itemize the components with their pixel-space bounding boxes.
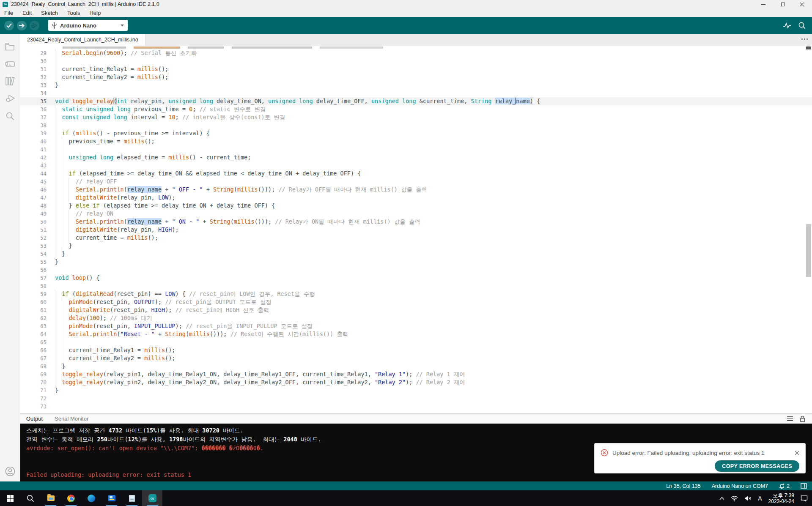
minimize-button[interactable] [754, 0, 773, 8]
toast-close-icon[interactable] [795, 451, 799, 455]
board-selector[interactable]: Arduino Nano [48, 20, 128, 31]
ime-language-indicator[interactable]: A [758, 495, 762, 502]
code-line[interactable]: 51 digitalWrite(relay_pin, HIGH); [20, 226, 812, 234]
taskbar-notepad[interactable] [122, 490, 142, 506]
code-line[interactable]: 40 previous_time = millis(); [20, 137, 812, 145]
start-button[interactable] [0, 490, 20, 506]
debug-button[interactable] [30, 21, 39, 30]
code-line[interactable]: 72 [20, 394, 812, 402]
code-line[interactable]: 39 if (millis() - previous_time >= inter… [20, 129, 812, 137]
code-line[interactable]: 36 static unsigned long previous_time = … [20, 105, 812, 113]
code-line[interactable]: 53 } [20, 242, 812, 250]
taskbar-clock[interactable]: 오후 7:39 2023-04-24 [768, 492, 794, 504]
serial-monitor-icon[interactable] [798, 22, 806, 30]
wifi-icon[interactable] [731, 495, 738, 501]
code-line[interactable]: 57void loop() { [20, 274, 812, 282]
serial-plotter-icon[interactable] [783, 22, 791, 29]
code-line[interactable]: 29 Serial.begin(9600); // Serial 통신 초기화 [20, 49, 812, 57]
code-line[interactable]: 66 current_time_Relay1 = millis(); [20, 346, 812, 354]
books-icon [5, 77, 15, 85]
tab-output[interactable]: Output [26, 416, 43, 422]
taskbar-arduino-ide[interactable] [142, 490, 162, 506]
maximize-button[interactable] [773, 0, 793, 8]
line-number: 37 [20, 113, 47, 121]
code-line[interactable]: 30 [20, 57, 812, 65]
menu-sketch[interactable]: Sketch [41, 10, 58, 16]
code-line[interactable]: 41 [20, 145, 812, 153]
error-circle-icon [601, 449, 608, 457]
hidden-icons-chevron[interactable] [719, 497, 724, 500]
code-line[interactable]: 64 Serial.println("Reset - " + String(mi… [20, 330, 812, 338]
account-button[interactable] [5, 466, 15, 476]
code-line[interactable]: 46 Serial.println(relay_name + " OFF - "… [20, 186, 812, 194]
copy-error-messages-button[interactable]: COPY ERROR MESSAGES [715, 460, 799, 472]
menu-file[interactable]: File [4, 10, 13, 16]
output-menu-icon[interactable] [787, 416, 793, 421]
code-line[interactable]: 59 if (digitalRead(reset_pin) == LOW) { … [20, 290, 812, 298]
code-line[interactable]: 49 // relay ON [20, 210, 812, 218]
board-port-status[interactable]: Arduino Nano on COM7 [712, 483, 768, 489]
code-line[interactable]: 68 } [20, 362, 812, 370]
sidebar-item-search[interactable] [5, 111, 15, 121]
taskbar-edge[interactable] [81, 490, 102, 506]
scroll-lock-icon[interactable] [800, 416, 805, 422]
taskbar-chrome[interactable] [61, 490, 81, 506]
volume-muted-icon[interactable] [744, 495, 752, 501]
code-line[interactable]: 34 [20, 89, 812, 97]
code-line[interactable]: 58 [20, 282, 812, 290]
code-line[interactable]: 45 // relay OFF [20, 178, 812, 186]
notifications-indicator[interactable]: 2 [779, 483, 790, 489]
code-line[interactable]: 55} [20, 258, 812, 266]
code-line[interactable]: 52 current_time = millis(); [20, 234, 812, 242]
code-line[interactable]: 50 Serial.println(relay_name + " ON - " … [20, 218, 812, 226]
code-editor[interactable]: 29 Serial.begin(9600); // Serial 통신 초기화3… [20, 46, 812, 413]
tab-serial-monitor[interactable]: Serial Monitor [55, 416, 88, 422]
verify-button[interactable] [4, 21, 14, 30]
action-center-icon[interactable] [801, 495, 808, 502]
code-line[interactable]: 33} [20, 81, 812, 89]
code-line[interactable]: 63 pinMode(reset_pin, INPUT_PULLUP); // … [20, 322, 812, 330]
tab-overflow-menu[interactable] [801, 38, 808, 40]
code-line[interactable]: 32 current_time_Relay2 = millis(); [20, 73, 812, 81]
sidebar-item-sketchbook[interactable] [5, 41, 15, 52]
code-line[interactable]: 60 pinMode(reset_pin, OUTPUT); // reset_… [20, 298, 812, 306]
upload-button[interactable] [17, 21, 27, 30]
code-line[interactable]: 35void toggle_relay(int relay_pin, unsig… [20, 97, 812, 105]
code-line[interactable]: 67 current_time_Relay2 = millis(); [20, 354, 812, 362]
close-button[interactable] [793, 0, 812, 8]
code-line[interactable]: 65 [20, 338, 812, 346]
search-icon [5, 112, 14, 120]
cursor-position[interactable]: Ln 35, Col 135 [666, 483, 700, 489]
code-line[interactable]: 71} [20, 386, 812, 394]
taskbar-system-app[interactable] [102, 490, 122, 506]
sidebar-item-boards-manager[interactable] [5, 59, 15, 69]
sidebar-item-debug[interactable] [5, 93, 15, 104]
code-line[interactable]: 42 unsigned long elapsed_time = millis()… [20, 153, 812, 161]
code-line[interactable]: 47 digitalWrite(relay_pin, LOW); [20, 194, 812, 202]
code-line[interactable]: 73 [20, 402, 812, 410]
code-line[interactable]: 61 digitalWrite(reset_pin, HIGH); // res… [20, 306, 812, 314]
code-line[interactable]: 43 [20, 161, 812, 170]
line-number: 61 [20, 306, 47, 314]
code-line[interactable]: 31 current_time_Relay1 = millis(); [20, 65, 812, 73]
windows-logo-icon [7, 495, 14, 502]
code-line[interactable]: 44 if (elapsed_time >= delay_time_ON && … [20, 170, 812, 178]
menu-edit[interactable]: Edit [22, 10, 32, 16]
code-line[interactable]: 48 } else if (elapsed_time >= delay_time… [20, 202, 812, 210]
tab-sketch-file[interactable]: 230424_Realy_Control_Launch_2CH_millis.i… [20, 34, 145, 46]
menu-help[interactable]: Help [89, 10, 101, 16]
code-line[interactable]: 37 const unsigned long interval = 10; //… [20, 113, 812, 121]
code-line[interactable]: 62 delay(100); // 100ms 대기 [20, 314, 812, 322]
line-number: 46 [20, 186, 47, 194]
taskbar-file-explorer[interactable] [41, 490, 61, 506]
code-line[interactable]: 56 [20, 266, 812, 274]
taskbar-search-button[interactable] [20, 490, 41, 506]
menu-tools[interactable]: Tools [67, 10, 80, 16]
sidebar-item-library-manager[interactable] [5, 76, 15, 86]
panel-layout-icon[interactable] [801, 483, 807, 489]
code-line[interactable]: 69 toggle_relay(relay_pin1, delay_time_R… [20, 370, 812, 378]
editor-scrollbar[interactable] [806, 224, 811, 277]
code-line[interactable]: 70 toggle_relay(relay_pin2, delay_time_R… [20, 378, 812, 386]
code-line[interactable]: 38 [20, 121, 812, 129]
code-line[interactable]: 54 } [20, 250, 812, 258]
